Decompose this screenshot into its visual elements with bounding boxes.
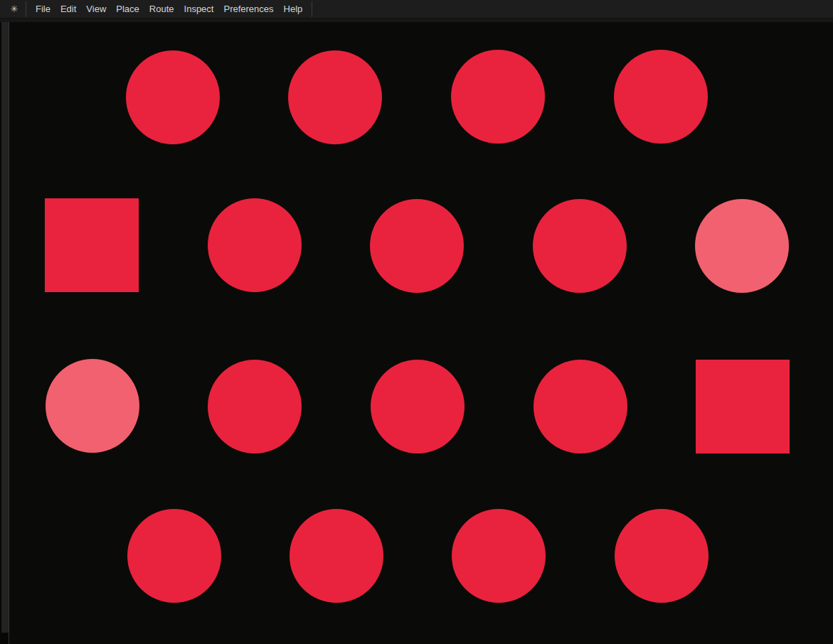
pad-circle[interactable] [534,360,627,454]
pad-circle[interactable] [127,509,221,603]
menu-item-inspect[interactable]: Inspect [179,0,219,18]
pad-circle[interactable] [126,50,220,144]
pad-circle[interactable] [208,360,302,454]
pad-circle[interactable] [533,199,627,293]
pad-circle[interactable] [371,360,465,454]
pad-circle[interactable] [290,509,383,603]
app-starburst-icon: ✳ [5,0,23,18]
menu-item-route[interactable]: Route [144,0,179,18]
pad-circle[interactable] [288,50,382,144]
pad-circle-highlight[interactable] [46,359,139,453]
menu-item-file[interactable]: File [31,0,55,18]
menubar-separator [312,1,312,17]
pad-circle[interactable] [615,509,709,603]
menu-item-place[interactable]: Place [111,0,144,18]
app-window: ✳ File Edit View Place Route Inspect Pre… [0,0,833,644]
menu-item-view[interactable]: View [81,0,111,18]
pad-circle[interactable] [370,199,464,293]
pad-circle-highlight[interactable] [695,199,789,293]
pad-circle[interactable] [614,50,708,144]
menu-bar: ✳ File Edit View Place Route Inspect Pre… [0,0,833,18]
pad-circle[interactable] [452,509,546,603]
pad-circle[interactable] [451,50,545,144]
window-left-gutter [1,22,9,633]
pcb-canvas[interactable] [9,21,833,644]
menu-item-help[interactable]: Help [279,0,308,18]
pad-square[interactable] [45,198,139,292]
pad-square[interactable] [696,360,790,454]
menu-item-edit[interactable]: Edit [55,0,81,18]
menubar-separator [26,1,26,17]
menu-item-preferences[interactable]: Preferences [218,0,278,18]
window-top-band [0,18,833,22]
pad-circle[interactable] [208,198,302,292]
